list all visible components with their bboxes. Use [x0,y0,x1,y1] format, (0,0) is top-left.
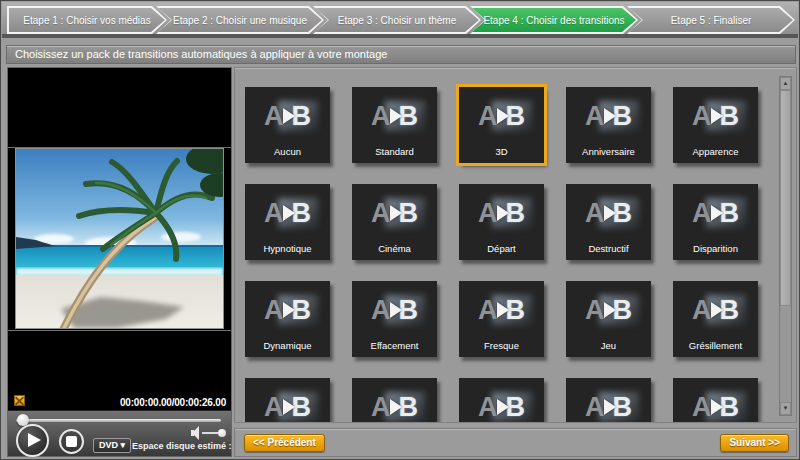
transition-label: Anniversaire [566,146,651,157]
transition-ab-icon: A B [673,291,758,329]
speaker-icon-cone [192,426,199,440]
transition-label: Aucun [245,146,330,157]
transition-tile[interactable]: A B Standard [352,87,437,163]
transition-ab-icon: A B [566,388,651,422]
letter-a: A [692,200,712,227]
resize-icon[interactable] [14,395,25,406]
arrow-right-icon [711,399,723,415]
step-tab-label: Etape 3 : Choisir un thème [313,6,481,34]
next-button[interactable]: Suivant >> [720,434,789,452]
timecode: 00:00:00.00/00:00:26.00 [120,397,226,408]
arrow-right-icon [604,399,616,415]
arrow-right-icon [390,108,402,124]
transition-tile[interactable]: A B Disparition [673,184,758,260]
letter-a: A [371,394,391,421]
arrow-right-icon [390,399,402,415]
transition-ab-icon: A B [245,97,330,135]
letter-a: A [478,200,498,227]
grid-scrollbar[interactable]: ▲ ▼ [779,76,792,416]
letter-a: A [264,394,284,421]
transition-tile[interactable]: A B Fresque [459,281,544,357]
step-tab-label: Etape 2 : Choisir une musique [156,6,324,34]
transition-ab-icon: A B [245,194,330,232]
seek-slider[interactable] [16,419,221,422]
volume-control[interactable] [191,425,225,441]
transition-label: Départ [459,243,544,254]
scroll-up-button[interactable]: ▲ [780,77,791,90]
transition-tile[interactable]: A B Hypnotique [245,184,330,260]
transition-tile[interactable]: A B Destructif [566,184,651,260]
transition-tile[interactable]: A B Effacement [352,281,437,357]
transition-label: 3D [459,146,544,157]
step-tab[interactable]: Etape 2 : Choisir une musique [156,6,324,34]
volume-thumb[interactable] [218,429,226,437]
step-tab-label: Etape 1 : Choisir vos médias [7,6,167,34]
arrow-right-icon [497,302,509,318]
transitions-grid: A B Aucun A B Standard A B 3D [235,68,775,422]
previous-button[interactable]: << Précédent [244,434,325,452]
transition-tile[interactable]: A B [566,378,651,422]
video-display: 00:00:00.00/00:00:26.00 [8,68,231,411]
transition-ab-icon: A B [566,194,651,232]
arrow-right-icon [604,205,616,221]
transition-ab-icon: A B [459,97,544,135]
preview-panel: 00:00:00.00/00:00:26.00 DVD ▾ Espace dis… [7,67,232,457]
letter-a: A [478,103,498,130]
letter-a: A [264,200,284,227]
step-tab[interactable]: Etape 4 : Choisir des transitions [470,6,638,34]
transition-tile[interactable]: A B Grésillement [673,281,758,357]
transition-tile[interactable]: A B Dynamique [245,281,330,357]
transition-label: Effacement [352,340,437,351]
play-icon [28,433,41,447]
transition-tile[interactable]: A B [352,378,437,422]
step-tab[interactable]: Etape 1 : Choisir vos médias [7,6,167,34]
arrow-right-icon [604,302,616,318]
transition-tile[interactable]: A B Anniversaire [566,87,651,163]
transition-ab-icon: A B [245,388,330,422]
transition-label: Jeu [566,340,651,351]
transition-tile[interactable]: A B [459,378,544,422]
step-tabstrip: Etape 1 : Choisir vos médias Etape 2 : C… [2,2,798,38]
transition-tile[interactable]: A B [673,378,758,422]
transition-ab-icon: A B [673,97,758,135]
step-tab-label: Etape 5 : Finaliser [627,6,795,34]
scrollbar-thumb[interactable] [780,90,791,306]
transition-tile[interactable]: A B 3D [459,87,544,163]
instruction-bar: Choisissez un pack de transitions automa… [6,45,796,64]
transition-tile[interactable]: A B Jeu [566,281,651,357]
step-tab[interactable]: Etape 5 : Finaliser [627,6,795,34]
dvd-label: DVD [99,440,118,450]
transition-tile[interactable]: A B Cinéma [352,184,437,260]
dvd-dropdown[interactable]: DVD ▾ [93,438,131,453]
letter-a: A [585,103,605,130]
transition-ab-icon: A B [352,97,437,135]
transition-ab-icon: A B [566,97,651,135]
transition-ab-icon: A B [459,388,544,422]
app-window: Etape 1 : Choisir vos médias Etape 2 : C… [0,0,800,460]
letter-a: A [264,297,284,324]
letter-a: A [264,103,284,130]
transition-tile[interactable]: A B Départ [459,184,544,260]
transition-ab-icon: A B [352,291,437,329]
transition-ab-icon: A B [352,194,437,232]
arrow-right-icon [497,108,509,124]
transition-tile[interactable]: A B Apparence [673,87,758,163]
transitions-panel: A B Aucun A B Standard A B 3D [234,67,797,423]
scroll-down-button[interactable]: ▼ [780,402,791,415]
play-button[interactable] [16,424,49,457]
letter-a: A [585,297,605,324]
stop-button[interactable] [59,429,84,454]
step-tab[interactable]: Etape 3 : Choisir un thème [313,6,481,34]
arrow-right-icon [497,399,509,415]
letter-a: A [692,297,712,324]
arrow-right-icon [497,205,509,221]
transition-ab-icon: A B [673,194,758,232]
step-tab-label: Etape 4 : Choisir des transitions [470,6,638,34]
transition-label: Hypnotique [245,243,330,254]
transition-tile[interactable]: A B [245,378,330,422]
transition-ab-icon: A B [673,388,758,422]
arrow-right-icon [283,108,295,124]
transition-tile[interactable]: A B Aucun [245,87,330,163]
arrow-right-icon [390,302,402,318]
letter-a: A [371,103,391,130]
